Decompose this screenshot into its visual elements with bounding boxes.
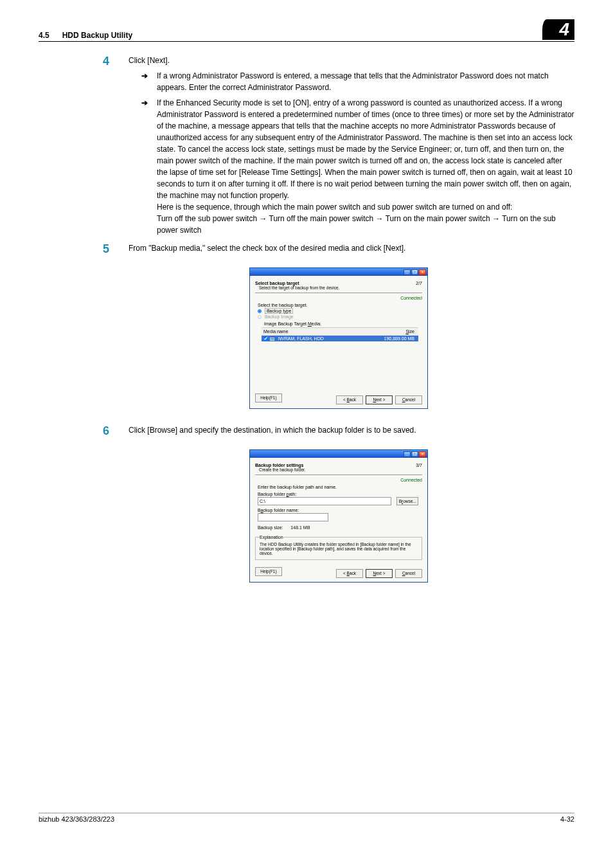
media-checkbox[interactable] — [263, 336, 268, 341]
section-heading: 4.5 HDD Backup Utility — [39, 31, 132, 40]
step-4-sub-2: ➔ If the Enhanced Security mode is set t… — [129, 97, 574, 236]
dialog-1-subtitle: Select the target of backup from the dev… — [255, 285, 339, 290]
dialog-2-wrap: _ ❐ × Backup folder settings Create the … — [103, 449, 574, 583]
footer-left: bizhub 423/363/283/223 — [39, 815, 114, 823]
titlebar: _ ❐ × — [250, 268, 427, 276]
help-button[interactable]: Help(F1) — [255, 393, 282, 402]
section-title: HDD Backup Utility — [62, 31, 132, 40]
explanation-text: The HDD Backup Utility creates the folde… — [260, 542, 418, 556]
step-6: 6 Click [Browse] and specify the destina… — [103, 424, 574, 438]
media-row[interactable]: 🖴 NVRAM, FLASH, HDD 190,889.00 MB — [262, 336, 418, 341]
chapter-number: 4 — [559, 19, 569, 39]
explanation-legend: Explanation — [260, 535, 283, 539]
section-number: 4.5 — [39, 31, 49, 40]
backup-type-radio[interactable] — [258, 309, 262, 313]
cancel-button[interactable]: Cancel — [395, 569, 422, 578]
step-5-number: 5 — [103, 242, 116, 256]
step-4-number: 4 — [103, 55, 116, 236]
disk-icon: 🖴 — [270, 336, 274, 341]
backup-image-radio — [258, 315, 262, 319]
col-media-name: Media name — [262, 329, 367, 334]
minimize-icon[interactable]: _ — [404, 451, 411, 457]
next-button[interactable]: Next > — [366, 395, 393, 404]
page-footer: bizhub 423/363/283/223 4-32 — [39, 813, 574, 823]
footer-right: 4-32 — [560, 815, 574, 823]
page-header: 4.5 HDD Backup Utility 4 — [39, 19, 574, 42]
content-body: 4 Click [Next]. ➔ If a wrong Administrat… — [39, 55, 574, 583]
dialog-2-subtitle: Create the backup folder. — [255, 467, 306, 472]
step-4: 4 Click [Next]. ➔ If a wrong Administrat… — [103, 55, 574, 236]
arrow-icon: ➔ — [141, 70, 150, 93]
step-4-sequence: Turn off the sub power switch → Turn off… — [157, 213, 574, 236]
dialog-1-page: 2/7 — [416, 281, 422, 290]
backup-folder-settings-dialog: _ ❐ × Backup folder settings Create the … — [249, 449, 428, 583]
close-icon[interactable]: × — [419, 269, 426, 275]
step-4-sub-1: ➔ If a wrong Administrator Password is e… — [129, 70, 574, 93]
dialog-1-connected: Connected — [255, 296, 422, 300]
step-5-main: From "Backup media," select the check bo… — [129, 242, 574, 256]
next-button[interactable]: Next > — [366, 569, 393, 578]
size-value: 148.1 MB — [290, 525, 310, 530]
name-label: Backup folder name: — [258, 508, 418, 512]
arrow-icon: ➔ — [141, 97, 150, 236]
step-4-sub-1-text: If a wrong Administrator Password is ent… — [157, 70, 574, 93]
explanation-box: Explanation The HDD Backup Utility creat… — [255, 535, 422, 560]
media-list-label: Image Backup Target Media: — [264, 321, 321, 326]
path-input[interactable] — [258, 497, 391, 505]
media-name: NVRAM, FLASH, HDD — [276, 336, 367, 341]
col-size: ize — [409, 329, 414, 334]
step-4-main: Click [Next]. — [129, 55, 574, 66]
select-backup-target-dialog: _ ❐ × Select backup target Select the ta… — [249, 267, 428, 409]
back-button[interactable]: < Back — [336, 395, 363, 404]
dialog-2-page: 3/7 — [416, 463, 422, 472]
close-icon[interactable]: × — [419, 451, 426, 457]
backup-image-label: Backup Image — [265, 314, 294, 319]
step-5: 5 From "Backup media," select the check … — [103, 242, 574, 256]
chapter-badge: 4 — [551, 19, 574, 40]
select-target-label: Select the backup target. — [258, 303, 422, 307]
name-input[interactable] — [258, 513, 328, 521]
media-list: Media name Size 🖴 NVRAM, FLASH, HDD 190,… — [262, 327, 418, 386]
help-button[interactable]: Help(F1) — [255, 567, 282, 576]
dialog-2-connected: Connected — [255, 478, 422, 482]
dialog-2-title: Backup folder settings — [255, 463, 303, 467]
size-label: Backup size: — [258, 525, 283, 530]
step-4-sub-2-text: If the Enhanced Security mode is set to … — [157, 97, 574, 201]
media-size: 190,889.00 MB — [367, 336, 418, 341]
path-label: Backup folder path: — [258, 492, 418, 496]
enter-path-label: Enter the backup folder path and name. — [258, 485, 422, 489]
step-6-main: Click [Browse] and specify the destinati… — [129, 424, 574, 438]
browse-button[interactable]: Browse... — [396, 497, 418, 505]
back-button[interactable]: < Back — [336, 569, 363, 578]
backup-type-label: Backup type — [265, 308, 294, 314]
titlebar: _ ❐ × — [250, 450, 427, 458]
step-6-number: 6 — [103, 424, 116, 438]
maximize-icon[interactable]: ❐ — [411, 269, 418, 275]
dialog-1-title: Select backup target — [255, 281, 299, 285]
maximize-icon[interactable]: ❐ — [411, 451, 418, 457]
step-4-sequence-intro: Here is the sequence, through which the … — [157, 201, 574, 213]
dialog-1-wrap: _ ❐ × Select backup target Select the ta… — [103, 267, 574, 409]
cancel-button[interactable]: Cancel — [395, 395, 422, 404]
minimize-icon[interactable]: _ — [404, 269, 411, 275]
